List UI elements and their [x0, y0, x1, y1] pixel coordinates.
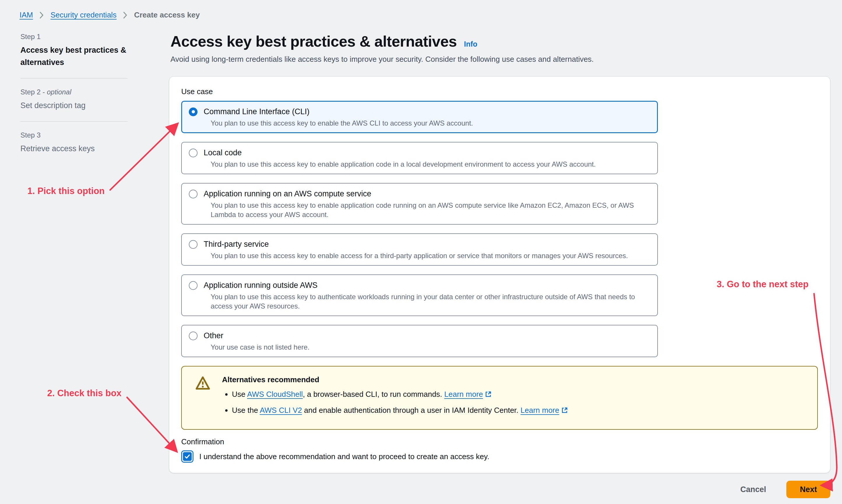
annotation-check-box: 2. Check this box: [47, 388, 122, 398]
tile-description: You plan to use this access key to enabl…: [211, 201, 647, 219]
aws-cloudshell-link[interactable]: AWS CloudShell: [247, 390, 303, 398]
use-case-tiles: Command Line Interface (CLI) You plan to…: [181, 101, 658, 357]
tile-other[interactable]: Other Your use case is not listed here.: [181, 325, 658, 357]
chevron-right-icon: [39, 11, 44, 19]
learn-more-link[interactable]: Learn more: [444, 390, 483, 398]
radio-icon[interactable]: [189, 190, 198, 198]
confirmation-checkbox-label: I understand the above recommendation an…: [199, 452, 489, 461]
checkbox-checked-icon: [183, 452, 192, 461]
tile-title: Local code: [204, 148, 242, 157]
breadcrumb-link-iam[interactable]: IAM: [19, 11, 33, 19]
alternatives-warning-alert: Alternatives recommended Use AWS CloudSh…: [181, 366, 818, 430]
info-link[interactable]: Info: [464, 40, 477, 48]
page-header: Access key best practices & alternatives…: [171, 33, 829, 64]
tile-description: You plan to use this access key to enabl…: [211, 119, 647, 128]
step-1-title: Access key best practices & alternatives: [20, 44, 137, 69]
warning-triangle-icon: [195, 376, 210, 421]
warning-bullet: Use AWS CloudShell, a browser-based CLI,…: [232, 389, 568, 400]
wizard-steps-nav: Step 1 Access key best practices & alter…: [20, 33, 137, 155]
use-case-label: Use case: [181, 87, 819, 96]
cancel-button[interactable]: Cancel: [738, 485, 768, 494]
wizard-step-2: Step 2 - optional Set description tag: [20, 88, 137, 112]
wizard-step-3: Step 3 Retrieve access keys: [20, 131, 137, 155]
step-1-label: Step 1: [20, 33, 137, 41]
tile-title: Other: [204, 331, 223, 340]
tile-local-code[interactable]: Local code You plan to use this access k…: [181, 142, 658, 174]
warning-title: Alternatives recommended: [222, 375, 568, 384]
tile-description: You plan to use this access key to enabl…: [211, 251, 647, 260]
tile-aws-compute-service[interactable]: Application running on an AWS compute se…: [181, 183, 658, 224]
divider: [20, 121, 128, 122]
breadcrumb-link-security-credentials[interactable]: Security credentials: [50, 11, 117, 19]
wizard-step-1: Step 1 Access key best practices & alter…: [20, 33, 137, 69]
warning-bullet: Use the AWS CLI V2 and enable authentica…: [232, 405, 568, 416]
step-3-label: Step 3: [20, 131, 137, 139]
annotation-next-step: 3. Go to the next step: [717, 279, 808, 290]
radio-icon[interactable]: [189, 240, 198, 249]
tile-description: You plan to use this access key to authe…: [211, 292, 647, 311]
use-case-card: Use case Command Line Interface (CLI) Yo…: [169, 76, 830, 473]
tile-description: You plan to use this access key to enabl…: [211, 160, 647, 169]
tile-title: Third-party service: [204, 240, 269, 249]
wizard-actions: Cancel Next: [738, 481, 830, 498]
confirmation-checkbox[interactable]: [181, 450, 194, 463]
radio-icon[interactable]: [189, 281, 198, 290]
step-2-title[interactable]: Set description tag: [20, 100, 137, 112]
learn-more-link[interactable]: Learn more: [521, 406, 559, 415]
step-3-title[interactable]: Retrieve access keys: [20, 143, 137, 155]
divider: [20, 78, 128, 79]
radio-selected-icon[interactable]: [189, 108, 198, 116]
tile-outside-aws[interactable]: Application running outside AWS You plan…: [181, 274, 658, 316]
page-subtitle: Avoid using long-term credentials like a…: [171, 55, 829, 64]
confirmation-label: Confirmation: [181, 437, 819, 446]
tile-title: Application running outside AWS: [204, 281, 318, 290]
next-button[interactable]: Next: [786, 481, 830, 498]
external-link-icon: [485, 390, 492, 400]
aws-cli-v2-link[interactable]: AWS CLI V2: [259, 406, 302, 415]
page-title: Access key best practices & alternatives: [171, 33, 457, 50]
annotation-pick-option: 1. Pick this option: [28, 186, 105, 196]
tile-third-party-service[interactable]: Third-party service You plan to use this…: [181, 233, 658, 266]
breadcrumb: IAM Security credentials Create access k…: [19, 11, 200, 19]
tile-description: Your use case is not listed here.: [211, 343, 647, 352]
radio-icon[interactable]: [189, 331, 198, 340]
radio-icon[interactable]: [189, 148, 198, 157]
tile-title: Application running on an AWS compute se…: [204, 190, 371, 198]
tile-title: Command Line Interface (CLI): [204, 107, 309, 116]
breadcrumb-current: Create access key: [134, 11, 200, 19]
external-link-icon: [561, 406, 568, 416]
step-2-label: Step 2 - optional: [20, 88, 137, 96]
chevron-right-icon: [123, 11, 128, 19]
tile-cli[interactable]: Command Line Interface (CLI) You plan to…: [181, 101, 658, 133]
